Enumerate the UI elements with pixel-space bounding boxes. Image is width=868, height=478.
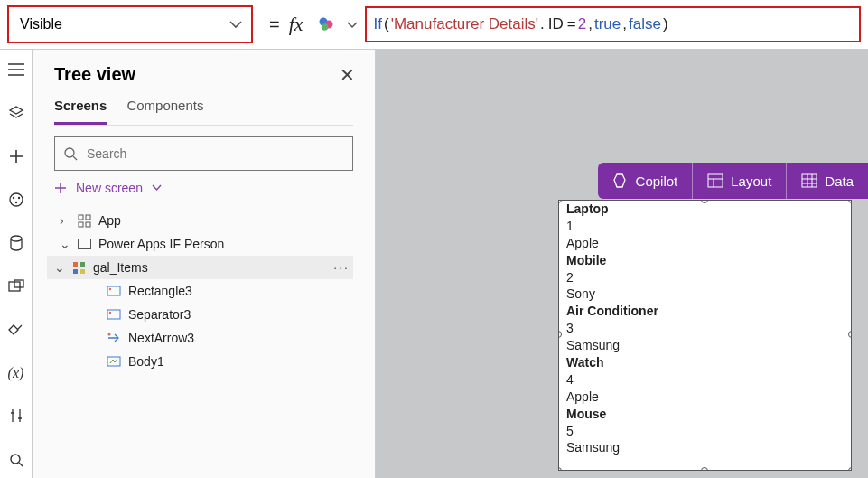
tree-node-child[interactable]: Rectangle3 bbox=[54, 279, 353, 303]
toolbar-data[interactable]: Data bbox=[787, 163, 868, 199]
formula-input[interactable]: If ( 'Manufacturer Details' . ID = 2 , t… bbox=[365, 6, 861, 42]
gallery-item-brand: Apple bbox=[559, 389, 851, 406]
gallery-item-title: Mobile bbox=[559, 252, 851, 269]
svg-point-24 bbox=[109, 312, 111, 314]
gallery-item-title: Air Conditioner bbox=[559, 303, 851, 320]
svg-rect-16 bbox=[79, 239, 91, 249]
gallery-icon bbox=[72, 261, 86, 275]
new-screen-button[interactable]: New screen bbox=[54, 178, 353, 198]
formula-token: true bbox=[594, 15, 621, 33]
node-label: NextArrow3 bbox=[128, 331, 194, 345]
svg-rect-23 bbox=[107, 310, 120, 319]
search-field[interactable] bbox=[85, 145, 343, 162]
plus-icon[interactable] bbox=[7, 147, 25, 165]
search-input[interactable] bbox=[54, 136, 353, 171]
tools-icon[interactable] bbox=[7, 408, 25, 426]
database-icon[interactable] bbox=[7, 234, 25, 252]
svg-point-5 bbox=[17, 197, 19, 199]
arrow-icon bbox=[107, 332, 121, 344]
tree-node-gallery[interactable]: ⌄ gal_Items ··· bbox=[47, 256, 353, 279]
toolbar-label: Copilot bbox=[636, 173, 678, 189]
media-icon[interactable] bbox=[7, 277, 25, 295]
node-label: Rectangle3 bbox=[128, 284, 192, 298]
svg-point-2 bbox=[321, 23, 328, 31]
tab-screens[interactable]: Screens bbox=[54, 98, 107, 125]
formula-token: ID bbox=[546, 15, 565, 33]
formula-token: ) bbox=[661, 15, 670, 33]
plus-icon bbox=[54, 182, 67, 194]
grid-icon bbox=[801, 173, 817, 188]
svg-point-6 bbox=[14, 202, 16, 203]
copilot-logo-icon[interactable] bbox=[318, 16, 334, 33]
chevron-down-icon: ⌄ bbox=[54, 260, 65, 275]
more-icon[interactable]: ··· bbox=[333, 260, 350, 275]
search-icon[interactable] bbox=[7, 451, 25, 469]
close-icon[interactable]: ✕ bbox=[340, 64, 355, 86]
equals-sign: = bbox=[269, 14, 280, 35]
palette-icon[interactable] bbox=[7, 191, 25, 209]
chevron-down-icon[interactable] bbox=[347, 21, 358, 29]
formula-token: 'Manufacturer Details' bbox=[391, 15, 538, 33]
gallery-control[interactable]: Laptop1AppleMobile2SonyAir Conditioner3S… bbox=[558, 200, 852, 471]
fx-label[interactable]: fx bbox=[289, 13, 303, 36]
gallery-item-brand: Sony bbox=[559, 286, 851, 303]
resize-handle[interactable] bbox=[848, 331, 852, 338]
svg-rect-15 bbox=[86, 222, 90, 227]
toolbar-label: Data bbox=[825, 173, 854, 189]
node-label: Power Apps IF Person bbox=[98, 237, 224, 251]
hamburger-icon[interactable] bbox=[7, 61, 25, 79]
gallery-item-brand: Samsung bbox=[559, 337, 851, 354]
gallery-item-title: Watch bbox=[559, 354, 851, 371]
svg-rect-20 bbox=[80, 269, 85, 274]
svg-rect-18 bbox=[80, 262, 85, 267]
left-rail: (x) bbox=[0, 50, 33, 478]
tree-node-child[interactable]: NextArrow3 bbox=[54, 326, 353, 350]
tree-node-app[interactable]: › App bbox=[54, 209, 353, 232]
app-icon bbox=[78, 214, 91, 228]
toolbar-layout[interactable]: Layout bbox=[693, 163, 786, 199]
property-dropdown[interactable]: Visible bbox=[7, 5, 253, 43]
formula-bar: Visible = fx If ( 'Manufacturer Details'… bbox=[0, 0, 868, 50]
gallery-item-id: 1 bbox=[559, 218, 851, 235]
resize-handle[interactable] bbox=[701, 467, 708, 471]
search-icon bbox=[64, 147, 78, 161]
formula-token: , bbox=[621, 15, 629, 33]
svg-point-22 bbox=[109, 288, 111, 290]
gallery-item-id: 3 bbox=[559, 320, 851, 337]
svg-rect-14 bbox=[79, 222, 83, 227]
tab-components[interactable]: Components bbox=[126, 98, 203, 125]
layout-icon bbox=[707, 173, 723, 188]
toolbar-copilot[interactable]: Copilot bbox=[598, 163, 693, 199]
layers-icon[interactable] bbox=[7, 104, 25, 122]
formula-token: = bbox=[565, 15, 578, 33]
canvas[interactable]: Copilot Layout Data Laptop1AppleMobile2S… bbox=[376, 50, 868, 478]
tree-node-child[interactable]: Separator3 bbox=[54, 303, 353, 326]
svg-rect-21 bbox=[107, 286, 120, 295]
tree-node-screen[interactable]: ⌄ Power Apps IF Person bbox=[54, 232, 353, 256]
formula-token-fn: If bbox=[374, 15, 382, 33]
tree-node-child[interactable]: Body1 bbox=[54, 350, 353, 373]
node-label: Separator3 bbox=[128, 307, 191, 322]
new-screen-label: New screen bbox=[76, 181, 143, 195]
svg-rect-19 bbox=[73, 269, 78, 274]
gallery-item-id: 5 bbox=[559, 423, 851, 440]
flows-icon[interactable] bbox=[7, 321, 25, 339]
svg-point-3 bbox=[10, 193, 23, 206]
formula-token: ( bbox=[382, 15, 391, 33]
panel-title: Tree view bbox=[54, 64, 353, 85]
svg-rect-28 bbox=[802, 174, 817, 187]
formula-token: , bbox=[586, 15, 594, 33]
rectangle-icon bbox=[107, 285, 121, 297]
node-label: gal_Items bbox=[93, 260, 148, 275]
gallery-item-id: 2 bbox=[559, 269, 851, 286]
svg-point-7 bbox=[11, 236, 22, 241]
resize-handle[interactable] bbox=[558, 467, 562, 471]
resize-handle[interactable] bbox=[848, 467, 852, 471]
formula-token: false bbox=[629, 15, 661, 33]
chevron-down-icon: ⌄ bbox=[60, 237, 70, 251]
svg-rect-9 bbox=[14, 280, 23, 287]
gallery-item-id: 4 bbox=[559, 371, 851, 389]
variable-icon[interactable]: (x) bbox=[7, 364, 25, 382]
property-name: Visible bbox=[20, 16, 62, 33]
svg-rect-12 bbox=[79, 215, 83, 220]
